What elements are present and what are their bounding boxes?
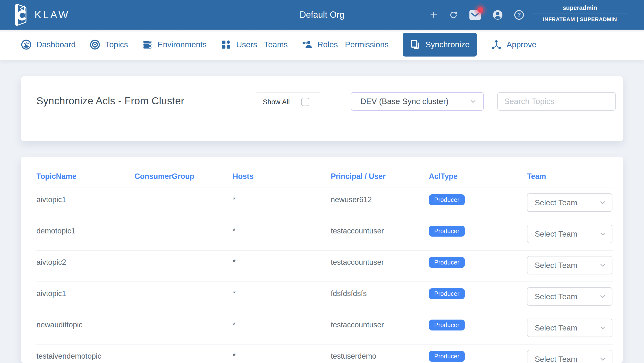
refresh-icon[interactable]: [449, 10, 458, 19]
column-header: Team: [527, 172, 614, 181]
hosts-cell: *: [233, 313, 331, 329]
nav-item-topics[interactable]: Topics: [90, 39, 128, 50]
acl-type-badge: Producer: [429, 320, 465, 331]
column-header: ConsumerGroup: [134, 172, 233, 181]
column-header: AclType: [429, 172, 527, 181]
nav-item-label: Synchronize: [426, 40, 470, 49]
plus-icon[interactable]: [430, 11, 438, 19]
hosts-cell: *: [233, 345, 331, 361]
column-header: TopicName: [36, 172, 134, 181]
topic-name-cell: aivtopic1: [36, 188, 134, 204]
team-select[interactable]: Select Team: [527, 319, 612, 337]
acl-type-badge: Producer: [429, 194, 465, 205]
team-select[interactable]: Select Team: [527, 225, 612, 243]
topic-name-cell: newaudittopic: [36, 313, 134, 329]
nav-item-synchronize[interactable]: Synchronize: [402, 33, 477, 56]
svg-text:?: ?: [517, 11, 521, 18]
nav-item-label: Users - Teams: [236, 40, 288, 49]
table-body: aivtopic1*newuser612ProducerSelect Teamd…: [36, 188, 614, 363]
nav-item-label: Approve: [506, 40, 536, 49]
team-select-value: Select Team: [535, 230, 578, 239]
team-cell: Select Team: [527, 282, 614, 306]
content: Synchronize Acls - From Cluster Show All…: [0, 60, 644, 363]
team-cell: Select Team: [527, 345, 614, 363]
consumer-group-cell: [134, 188, 233, 195]
acl-type-cell: Producer: [429, 219, 527, 237]
chevron-down-icon: [599, 199, 606, 207]
team-select[interactable]: Select Team: [527, 256, 612, 274]
hosts-cell: *: [233, 251, 331, 267]
team-select[interactable]: Select Team: [527, 287, 612, 306]
search-topics-input[interactable]: [497, 92, 616, 111]
chevron-down-icon: [599, 230, 606, 238]
table-row: aivtopic1*newuser612ProducerSelect Team: [36, 188, 614, 219]
nav-item-label: Environments: [158, 40, 207, 49]
table-row: testaivendemotopic*testuserdemoProducerS…: [36, 345, 614, 363]
acl-type-badge: Producer: [429, 351, 465, 362]
acl-type-badge: Producer: [429, 288, 465, 299]
topbar: KLAW Default Org ? superadmin INFRATEAM …: [0, 0, 644, 29]
dashboard-icon: [21, 39, 32, 50]
klaw-logo-icon: [14, 3, 27, 26]
table-row: aivtopic1*fdsfdsfdsfsProducerSelect Team: [36, 282, 614, 313]
topbar-icons: ?: [430, 9, 524, 20]
team-select-value: Select Team: [535, 198, 578, 207]
show-all-checkbox[interactable]: [301, 98, 309, 106]
profile-icon[interactable]: [492, 10, 503, 20]
mail-icon[interactable]: [469, 9, 481, 20]
roles-permissions-icon: [302, 39, 312, 50]
help-icon[interactable]: ?: [514, 10, 524, 20]
table-row: newaudittopic*testaccountuserProducerSel…: [36, 313, 614, 345]
nav-item-environments[interactable]: Environments: [142, 39, 207, 50]
user-block[interactable]: superadmin INFRATEAM | SUPERADMIN: [532, 4, 628, 25]
principal-cell: newuser612: [331, 188, 429, 204]
chevron-down-icon: [469, 97, 477, 105]
users-teams-icon: [221, 39, 232, 50]
show-all-group: Show All: [256, 92, 320, 111]
nav-item-label: Dashboard: [36, 40, 76, 49]
column-header: Hosts: [233, 172, 331, 181]
consumer-group-cell: [134, 345, 233, 352]
klaw-app: KLAW Default Org ? superadmin INFRATEAM …: [0, 0, 644, 363]
brand[interactable]: KLAW: [14, 3, 70, 26]
team-select-value: Select Team: [535, 324, 578, 333]
main-nav: DashboardTopicsEnvironmentsUsers - Teams…: [0, 29, 644, 60]
nav-item-roles-permissions[interactable]: Roles - Permissions: [302, 39, 388, 50]
acl-type-cell: Producer: [429, 251, 527, 268]
table-row: aivtopic2*testaccountuserProducerSelect …: [36, 251, 614, 282]
nav-item-dashboard[interactable]: Dashboard: [21, 39, 76, 50]
acl-type-badge: Producer: [429, 257, 465, 268]
nav-item-label: Roles - Permissions: [318, 40, 388, 49]
team-select-value: Select Team: [535, 355, 578, 363]
team-select[interactable]: Select Team: [527, 350, 612, 363]
principal-cell: testaccountuser: [331, 251, 429, 267]
topic-name-cell: testaivendemotopic: [36, 345, 134, 361]
acl-table-card: TopicNameConsumerGroupHostsPrincipal / U…: [21, 157, 623, 363]
chevron-down-icon: [599, 355, 606, 363]
cluster-select-value: DEV (Base Sync cluster): [360, 97, 448, 106]
notification-dot: [478, 7, 483, 13]
team-cell: Select Team: [527, 188, 614, 212]
sync-panel-card: Synchronize Acls - From Cluster Show All…: [21, 76, 623, 141]
team-cell: Select Team: [527, 251, 614, 274]
chevron-down-icon: [599, 324, 606, 332]
synchronize-icon: [410, 39, 420, 50]
consumer-group-cell: [134, 219, 233, 227]
chevron-down-icon: [599, 293, 606, 300]
cluster-select[interactable]: DEV (Base Sync cluster): [351, 92, 484, 111]
nav-item-approve[interactable]: Approve: [491, 39, 536, 50]
team-select[interactable]: Select Team: [527, 193, 612, 212]
environments-icon: [142, 39, 153, 50]
acl-type-cell: Producer: [429, 188, 527, 205]
team-select-value: Select Team: [535, 292, 578, 301]
team-cell: Select Team: [527, 219, 614, 243]
topic-name-cell: demotopic1: [36, 219, 134, 235]
brand-name: KLAW: [34, 9, 70, 21]
nav-item-users-teams[interactable]: Users - Teams: [221, 39, 288, 50]
topic-name-cell: aivtopic1: [36, 282, 134, 298]
approve-icon: [491, 39, 502, 50]
table-row: demotopic1*testaccountuserProducerSelect…: [36, 219, 614, 251]
show-all-label: Show All: [263, 98, 290, 106]
hosts-cell: *: [233, 282, 331, 298]
consumer-group-cell: [134, 313, 233, 321]
